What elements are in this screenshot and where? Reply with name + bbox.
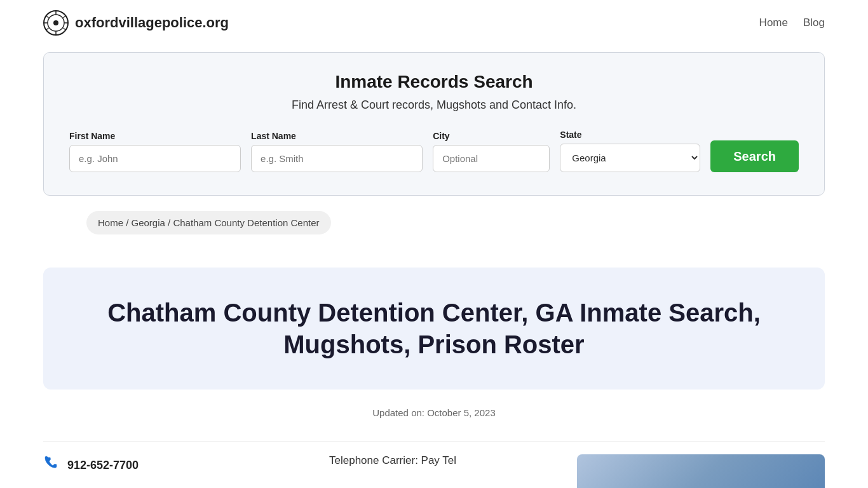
header: oxfordvillagepolice.org Home Blog <box>0 0 868 46</box>
last-name-input[interactable] <box>251 145 423 172</box>
carrier-label: Telephone Carrier: Pay Tel <box>329 454 456 466</box>
state-select[interactable]: AlabamaAlaskaArizonaArkansasCaliforniaCo… <box>560 144 700 172</box>
info-row: 912-652-7700 Telephone Carrier: Pay Tel <box>43 441 825 488</box>
nav-home[interactable]: Home <box>759 17 788 29</box>
breadcrumb: Home / Georgia / Chatham County Detentio… <box>86 211 331 234</box>
page-title: Chatham County Detention Center, GA Inma… <box>69 297 799 360</box>
carrier-info: Telephone Carrier: Pay Tel <box>291 454 577 467</box>
city-input[interactable] <box>433 145 550 172</box>
state-label: State <box>560 130 700 140</box>
first-name-field-group: First Name <box>69 131 241 172</box>
updated-text: Updated on: October 5, 2023 <box>43 407 825 418</box>
nav-blog[interactable]: Blog <box>803 17 825 29</box>
search-button[interactable]: Search <box>710 140 799 172</box>
city-label: City <box>433 131 550 141</box>
last-name-field-group: Last Name <box>251 131 423 172</box>
page-title-box: Chatham County Detention Center, GA Inma… <box>43 268 825 390</box>
search-section: Inmate Records Search Find Arrest & Cour… <box>43 52 825 196</box>
phone-area: 912-652-7700 <box>43 454 291 477</box>
search-fields: First Name Last Name City State AlabamaA… <box>69 130 799 172</box>
search-title: Inmate Records Search <box>69 72 799 92</box>
phone-number: 912-652-7700 <box>67 459 139 472</box>
main-nav: Home Blog <box>759 17 825 29</box>
first-name-input[interactable] <box>69 145 241 172</box>
city-field-group: City <box>433 131 550 172</box>
last-name-label: Last Name <box>251 131 423 141</box>
logo-link[interactable]: oxfordvillagepolice.org <box>43 10 229 36</box>
search-subtitle: Find Arrest & Court records, Mugshots an… <box>69 98 799 112</box>
phone-icon <box>43 454 61 477</box>
first-name-label: First Name <box>69 131 241 141</box>
state-field-group: State AlabamaAlaskaArizonaArkansasCalifo… <box>560 130 700 172</box>
logo-text: oxfordvillagepolice.org <box>75 15 229 31</box>
svg-point-2 <box>53 20 58 25</box>
breadcrumb-wrapper: Home / Georgia / Chatham County Detentio… <box>43 211 825 250</box>
facility-image <box>577 454 825 488</box>
main-content: Chatham County Detention Center, GA Inma… <box>43 268 825 488</box>
logo-icon <box>43 10 69 36</box>
